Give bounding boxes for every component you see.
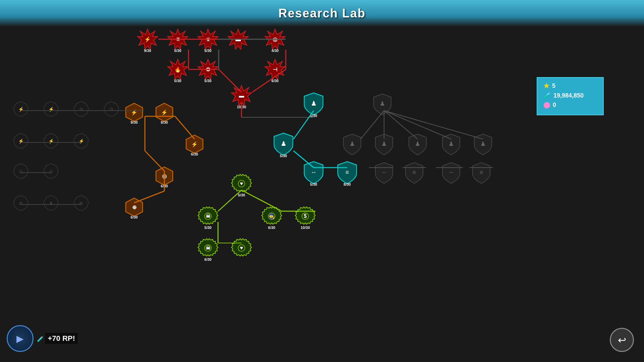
research-node-green-gear[interactable]: ☠ 6/30 [197,237,219,261]
research-node-dark-shield[interactable]: ♟ [342,133,362,154]
gem-stat: ⬤ 0 [543,101,597,109]
research-node-teal-shield[interactable]: ♟ 5/30 [273,132,294,158]
svg-text:🧙: 🧙 [268,213,275,219]
research-node-dark-small[interactable]: ⚙ [103,101,119,117]
back-icon: ↩ [618,334,626,346]
gem-icon: ⬤ [543,101,550,109]
svg-text:⚡: ⚡ [144,36,151,43]
stats-panel: ★ 5 🧪 19,984,850 ⬤ 0 [537,77,604,115]
page-title: Research Lab [278,6,366,20]
research-node-dark-shield[interactable]: ≡ [471,162,491,182]
research-node-dark-small[interactable]: ⚡ [13,101,29,117]
film-icon: ▶ [16,333,24,344]
research-node-green-gear[interactable]: ☠ 5/30 [197,205,219,230]
svg-text:♟: ♟ [380,100,385,107]
svg-text:⚡: ⚡ [18,107,24,112]
svg-text:⊕: ⊕ [19,200,23,206]
research-node-dark-small[interactable]: ⚡ [13,133,29,149]
film-button[interactable]: ▶ [7,325,34,352]
svg-text:♟: ♟ [49,200,53,206]
svg-text:⚡: ⚡ [131,109,138,116]
svg-text:♟: ♟ [381,140,387,147]
research-node-teal-shield[interactable]: ≡ 8/30 [336,161,358,186]
research-node-dark-small[interactable]: ◎ [13,163,29,179]
research-node-hex[interactable]: ⊕ 6/30 [124,197,144,219]
svg-text:⚙: ⚙ [79,107,84,112]
svg-text:⊕: ⊕ [79,200,83,206]
research-node-dark-shield[interactable]: ≡ [404,162,424,182]
svg-text:▬: ▬ [239,93,244,99]
svg-text:♟: ♟ [448,140,454,147]
research-node-green-gear[interactable]: $ 10/30 [294,205,316,230]
research-node-dark-shield[interactable]: ♟ [372,93,392,114]
research-node-dark-shield[interactable]: ♟ [374,133,394,154]
rp-bonus-text: +70 RP! [45,333,77,344]
svg-text:↔: ↔ [311,169,317,176]
svg-text:≡: ≡ [345,169,349,176]
research-node-green-gear[interactable]: 🧙 6/30 [261,205,282,230]
research-node-starburst[interactable]: ▬ [227,28,249,49]
research-node-hex[interactable]: ⚡ 9/30 [124,102,144,124]
svg-text:◎: ◎ [273,37,277,42]
header: Research Lab [0,0,644,27]
research-node-starburst[interactable]: ⚡ 9/30 [137,28,158,53]
rp-plus-icon: 🧪 [37,336,44,342]
research-node-dark-shield[interactable]: ↔ [374,162,394,182]
research-node-teal-shield[interactable]: ↔ 5/30 [303,161,324,186]
research-node-hex[interactable]: ⚡ 8/30 [154,102,174,124]
flask-icon: 🧪 [543,92,551,99]
research-node-starburst[interactable]: ⚙ 5/30 [197,59,219,83]
svg-text:⚡: ⚡ [78,138,85,144]
gem-value: 0 [553,102,556,109]
research-node-starburst[interactable]: ▬ 10/30 [231,85,252,109]
research-node-dark-small[interactable]: ◎ [43,163,59,179]
svg-text:♟: ♟ [281,140,286,147]
svg-text:⚡: ⚡ [161,109,168,116]
svg-text:◎: ◎ [19,169,23,174]
research-node-dark-small[interactable]: ⚡ [73,133,89,149]
back-button[interactable]: ↩ [610,328,634,352]
research-node-dark-small[interactable]: ♟ [43,195,59,211]
svg-text:☣: ☣ [206,37,211,42]
svg-text:◎: ◎ [162,173,167,179]
research-node-dark-shield[interactable]: ♟ [408,133,428,154]
svg-text:⊕: ⊕ [132,204,137,210]
svg-text:≡: ≡ [413,169,416,176]
svg-text:⚡: ⚡ [48,138,54,144]
research-node-dark-shield[interactable]: ♟ [473,133,493,154]
currency-value: 19,984,850 [553,92,584,99]
svg-text:⚡: ⚡ [48,107,54,112]
svg-text:✳: ✳ [176,37,180,42]
research-node-dark-small[interactable]: ⊕ [73,195,89,211]
research-node-dark-shield[interactable]: ↔ [441,162,461,182]
research-node-starburst[interactable]: ✳ 5/30 [167,28,189,53]
svg-text:⚙: ⚙ [206,67,210,72]
research-node-green-gear[interactable]: ♥ [231,237,252,257]
svg-text:≡: ≡ [480,169,483,176]
svg-text:♥: ♥ [240,245,243,251]
svg-text:🔥: 🔥 [174,66,181,73]
research-node-starburst[interactable]: ◎ 4/30 [264,28,286,53]
research-node-teal-shield[interactable]: ♟ 5/30 [303,92,324,118]
research-node-dark-small[interactable]: ⚡ [43,101,59,117]
research-node-starburst[interactable]: ⊣ 6/30 [264,59,286,83]
bottom-left-panel: ▶ 🧪 +70 RP! [7,325,78,352]
svg-text:♟: ♟ [480,140,486,147]
svg-text:♟: ♟ [311,100,316,107]
research-node-starburst[interactable]: ☣ 5/30 [197,28,219,53]
svg-text:⚡: ⚡ [191,141,198,147]
research-node-hex[interactable]: ⚡ 6/30 [184,134,205,156]
rp-bonus-display: 🧪 +70 RP! [37,334,78,343]
currency-stat: 🧪 19,984,850 [543,92,597,99]
star-value: 5 [552,82,555,89]
research-node-dark-small[interactable]: ⚙ [73,101,89,117]
research-node-dark-small[interactable]: ⚡ [43,133,59,149]
research-node-hex[interactable]: ◎ 6/30 [154,166,174,188]
svg-text:◎: ◎ [49,169,53,174]
research-node-green-gear[interactable]: ♥ 5/30 [231,173,252,197]
svg-text:☠: ☠ [206,213,211,219]
research-node-starburst[interactable]: 🔥 5/30 [167,59,189,83]
research-node-dark-small[interactable]: ⊕ [13,195,29,211]
research-node-dark-shield[interactable]: ♟ [441,133,461,154]
svg-text:▬: ▬ [235,37,241,42]
